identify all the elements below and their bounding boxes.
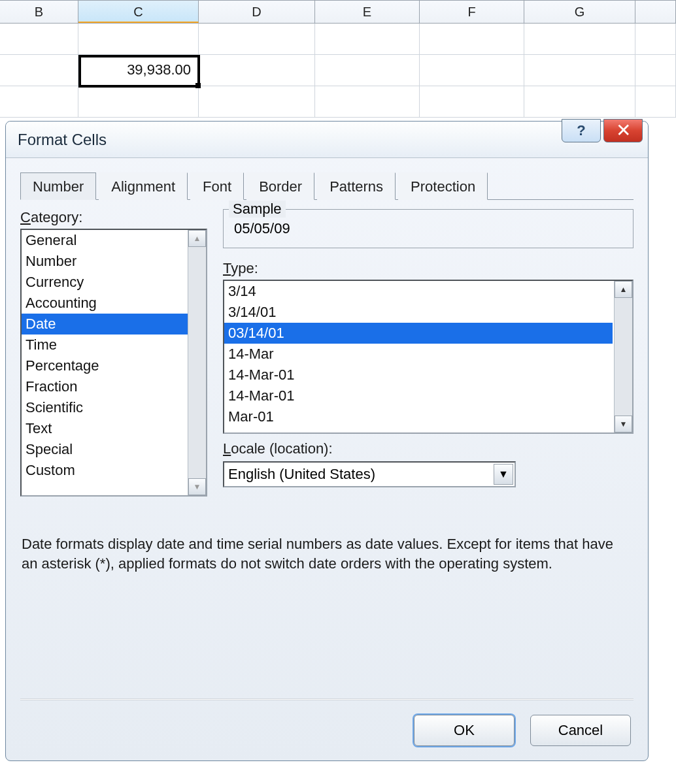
category-item-general[interactable]: General — [22, 230, 188, 251]
format-cells-dialog: Format Cells ? ✕ Number Alignment Font B… — [5, 121, 649, 761]
dialog-tabs: Number Alignment Font Border Patterns Pr… — [20, 170, 634, 200]
category-item-scientific[interactable]: Scientific — [22, 397, 188, 418]
triangle-down-icon: ▼ — [194, 482, 201, 491]
cell[interactable] — [199, 55, 315, 86]
help-icon: ? — [577, 122, 585, 139]
tab-number[interactable]: Number — [20, 172, 96, 200]
category-item-accounting[interactable]: Accounting — [22, 293, 188, 314]
cell[interactable] — [0, 55, 78, 86]
locale-dropdown-button[interactable]: ▼ — [494, 464, 513, 485]
tab-patterns[interactable]: Patterns — [317, 172, 396, 200]
sample-value: 05/05/09 — [231, 216, 625, 237]
cell[interactable] — [0, 86, 78, 117]
dialog-body: Number Alignment Font Border Patterns Pr… — [6, 158, 648, 581]
type-item[interactable]: 3/14 — [224, 281, 613, 302]
spreadsheet-row — [0, 24, 676, 55]
dialog-title: Format Cells — [18, 131, 107, 149]
category-listbox[interactable]: General Number Currency Accounting Date … — [20, 229, 207, 497]
triangle-down-icon: ▼ — [498, 468, 509, 480]
cell[interactable] — [420, 24, 524, 54]
cell[interactable] — [78, 86, 199, 117]
spreadsheet-row — [0, 86, 676, 118]
type-item[interactable]: 14-Mar — [224, 344, 613, 365]
type-item[interactable]: 3/14/01 — [224, 302, 613, 323]
cell[interactable] — [635, 24, 676, 54]
cell[interactable] — [199, 24, 315, 54]
locale-combobox[interactable]: English (United States) ▼ — [223, 461, 516, 487]
type-item[interactable]: 14-Mar-01 — [224, 365, 613, 385]
category-section: Category: General Number Currency Accoun… — [20, 209, 207, 497]
tab-border[interactable]: Border — [246, 172, 314, 200]
spreadsheet-grid: B C D E F G 39,938.00 — [0, 0, 676, 118]
button-divider — [20, 698, 634, 700]
title-controls: ? ✕ — [559, 119, 643, 142]
category-item-fraction[interactable]: Fraction — [22, 376, 188, 397]
cell[interactable] — [315, 24, 420, 54]
right-panel: Sample 05/05/09 Type: 3/14 3/14/01 03/14… — [223, 209, 634, 497]
column-header-B[interactable]: B — [0, 0, 78, 23]
sample-label: Sample — [229, 201, 286, 218]
cell[interactable] — [0, 24, 78, 54]
active-cell[interactable]: 39,938.00 — [78, 55, 200, 88]
scroll-up-button[interactable]: ▲ — [188, 230, 206, 247]
type-item[interactable]: Mar-01 — [224, 406, 613, 427]
type-label: Type: — [223, 260, 634, 277]
sample-group: Sample 05/05/09 — [223, 209, 634, 248]
cell[interactable] — [635, 55, 676, 86]
dialog-titlebar[interactable]: Format Cells ? ✕ — [6, 122, 648, 158]
category-item-custom[interactable]: Custom — [22, 460, 188, 481]
type-listbox[interactable]: 3/14 3/14/01 03/14/01 14-Mar 14-Mar-01 1… — [223, 280, 634, 434]
category-item-date[interactable]: Date — [22, 314, 188, 335]
tab-protection[interactable]: Protection — [398, 172, 488, 200]
category-item-currency[interactable]: Currency — [22, 272, 188, 293]
cell[interactable] — [420, 55, 524, 86]
close-button[interactable]: ✕ — [603, 119, 643, 142]
locale-label: Locale (location): — [223, 440, 634, 457]
cell[interactable] — [78, 24, 199, 54]
column-header-D[interactable]: D — [199, 0, 315, 23]
category-item-text[interactable]: Text — [22, 418, 188, 439]
cell[interactable] — [315, 55, 420, 86]
format-description-text: Date formats display date and time seria… — [20, 534, 634, 573]
help-button[interactable]: ? — [562, 119, 601, 142]
ok-button[interactable]: OK — [414, 715, 515, 746]
column-headers-row: B C D E F G — [0, 0, 676, 24]
type-item[interactable]: 14-Mar-01 — [224, 385, 613, 406]
close-icon: ✕ — [616, 122, 631, 140]
category-item-number[interactable]: Number — [22, 251, 188, 272]
category-item-percentage[interactable]: Percentage — [22, 355, 188, 376]
type-item-selected[interactable]: 03/14/01 — [224, 323, 613, 344]
triangle-down-icon: ▼ — [620, 419, 628, 429]
cell[interactable] — [524, 24, 635, 54]
column-header-G[interactable]: G — [524, 0, 635, 23]
tab-font[interactable]: Font — [190, 172, 244, 200]
column-header-C[interactable]: C — [78, 0, 199, 23]
type-scrollbar[interactable]: ▲ ▼ — [614, 281, 632, 433]
number-tab-panel: Category: General Number Currency Accoun… — [20, 209, 634, 497]
cell[interactable] — [315, 86, 420, 117]
cell[interactable] — [524, 86, 635, 117]
category-label: Category: — [20, 209, 207, 226]
cell[interactable] — [199, 86, 315, 117]
column-header-next[interactable] — [635, 0, 676, 23]
scroll-up-button[interactable]: ▲ — [615, 281, 632, 298]
locale-value: English (United States) — [228, 466, 375, 483]
scroll-down-button[interactable]: ▼ — [615, 416, 632, 433]
category-item-special[interactable]: Special — [22, 439, 188, 460]
cell[interactable] — [420, 86, 524, 117]
triangle-up-icon: ▲ — [620, 285, 628, 294]
category-item-time[interactable]: Time — [22, 335, 188, 355]
cell[interactable] — [635, 86, 676, 117]
scroll-down-button[interactable]: ▼ — [188, 478, 206, 495]
cancel-button[interactable]: Cancel — [530, 715, 631, 746]
dialog-button-row: OK Cancel — [414, 715, 631, 746]
column-header-E[interactable]: E — [315, 0, 420, 23]
tab-alignment[interactable]: Alignment — [99, 172, 188, 200]
cell[interactable] — [524, 55, 635, 86]
column-header-F[interactable]: F — [420, 0, 524, 23]
triangle-up-icon: ▲ — [194, 234, 201, 243]
category-scrollbar[interactable]: ▲ ▼ — [188, 230, 206, 495]
